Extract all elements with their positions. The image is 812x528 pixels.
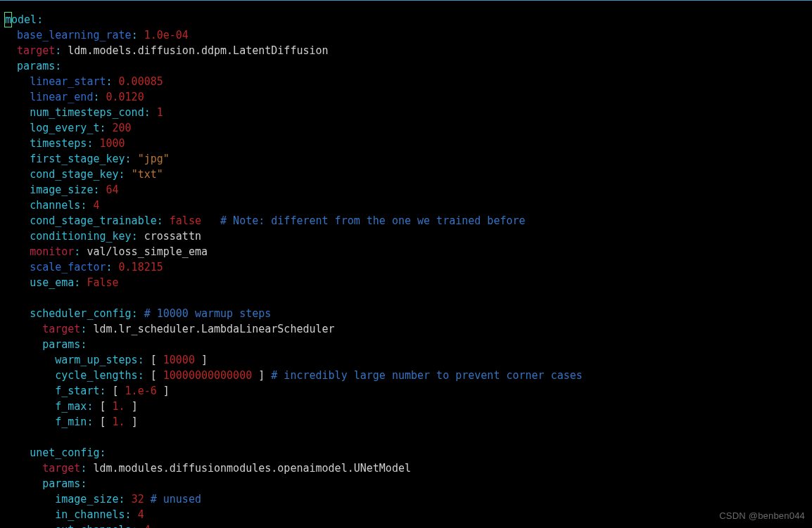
code-line: params: bbox=[4, 60, 61, 72]
yaml-comment: # 10000 warmup steps bbox=[144, 307, 272, 320]
yaml-value: 4 bbox=[144, 524, 151, 528]
yaml-value: crossattn bbox=[144, 230, 201, 243]
code-line: conditioning_key: crossattn bbox=[4, 230, 201, 243]
yaml-value: 1. bbox=[113, 400, 125, 413]
status-bar-border bbox=[0, 0, 812, 1]
yaml-key: use_ema bbox=[30, 276, 74, 289]
yaml-value: ldm.modules.diffusionmodules.openaimodel… bbox=[93, 462, 411, 475]
code-line: cycle_lengths: [ 10000000000000 ] # incr… bbox=[4, 369, 583, 382]
code-line: log_every_t: 200 bbox=[4, 122, 132, 134]
yaml-key: linear_end bbox=[30, 91, 93, 103]
yaml-value: 1. bbox=[113, 416, 125, 428]
yaml-value: 0.00085 bbox=[119, 75, 163, 88]
code-editor[interactable]: model: base_learning_rate: 1.0e-04 targe… bbox=[0, 11, 812, 528]
yaml-value: 32 bbox=[132, 493, 144, 506]
yaml-key: scheduler_config bbox=[30, 307, 132, 320]
yaml-value: 10000 bbox=[163, 354, 195, 366]
yaml-comment: # Note: different from the one we traine… bbox=[220, 214, 525, 227]
code-line: linear_end: 0.0120 bbox=[4, 91, 144, 103]
yaml-key: target bbox=[42, 462, 80, 475]
code-line: f_min: [ 1. ] bbox=[4, 416, 138, 428]
yaml-key: cond_stage_key bbox=[30, 168, 118, 181]
code-line: f_max: [ 1. ] bbox=[4, 400, 138, 413]
code-line: in_channels: 4 bbox=[4, 508, 144, 521]
code-line: unet_config: bbox=[4, 446, 106, 459]
yaml-key: num_timesteps_cond bbox=[30, 106, 144, 119]
yaml-value: False bbox=[87, 276, 118, 289]
code-line: cond_stage_key: "txt" bbox=[4, 168, 163, 181]
yaml-value: 200 bbox=[113, 122, 132, 134]
code-line: cond_stage_trainable: false # Note: diff… bbox=[4, 214, 526, 227]
yaml-value: 1 bbox=[157, 106, 163, 119]
yaml-key: f_max bbox=[55, 400, 87, 413]
code-line: image_size: 64 bbox=[4, 183, 119, 196]
yaml-value: 64 bbox=[106, 183, 119, 196]
yaml-key: target bbox=[17, 44, 55, 57]
yaml-key: conditioning_key bbox=[30, 230, 132, 243]
yaml-key: out_channels bbox=[55, 524, 131, 528]
code-line: params: bbox=[4, 338, 87, 351]
code-line: params: bbox=[4, 477, 87, 490]
yaml-key: params bbox=[42, 477, 80, 490]
yaml-value: "jpg" bbox=[138, 153, 170, 165]
code-line: warm_up_steps: [ 10000 ] bbox=[4, 354, 208, 366]
yaml-key: params bbox=[42, 338, 80, 351]
yaml-value: 0.0120 bbox=[106, 91, 144, 103]
yaml-key: warm_up_steps bbox=[55, 354, 137, 366]
yaml-key: odel bbox=[11, 13, 37, 26]
yaml-key: linear_start bbox=[30, 75, 106, 88]
yaml-comment: # incredibly large number to prevent cor… bbox=[271, 369, 583, 382]
yaml-key: in_channels bbox=[55, 508, 125, 521]
yaml-key: f_min bbox=[55, 416, 87, 428]
code-line: num_timesteps_cond: 1 bbox=[4, 106, 163, 119]
yaml-key: first_stage_key bbox=[30, 153, 125, 165]
yaml-value: 4 bbox=[138, 508, 144, 521]
yaml-key: unet_config bbox=[30, 446, 99, 459]
yaml-value: ldm.models.diffusion.ddpm.LatentDiffusio… bbox=[68, 44, 328, 57]
yaml-key: timesteps bbox=[30, 137, 87, 150]
code-line: target: ldm.lr_scheduler.LambdaLinearSch… bbox=[4, 323, 335, 335]
code-line: scheduler_config: # 10000 warmup steps bbox=[4, 307, 271, 320]
yaml-key: cycle_lengths bbox=[55, 369, 137, 382]
yaml-value: "txt" bbox=[132, 168, 163, 181]
yaml-key: params bbox=[17, 60, 55, 72]
code-line: timesteps: 1000 bbox=[4, 137, 125, 150]
yaml-key: f_start bbox=[55, 385, 99, 397]
code-line: linear_start: 0.00085 bbox=[4, 75, 163, 88]
yaml-key: scale_factor bbox=[30, 261, 106, 273]
yaml-value: 1000 bbox=[99, 137, 125, 150]
yaml-value: ldm.lr_scheduler.LambdaLinearScheduler bbox=[93, 323, 334, 335]
yaml-key: channels bbox=[30, 199, 80, 212]
code-line: channels: 4 bbox=[4, 199, 99, 212]
code-line: monitor: val/loss_simple_ema bbox=[4, 245, 208, 258]
yaml-key: cond_stage_trainable bbox=[30, 214, 157, 227]
yaml-value: false bbox=[170, 214, 201, 227]
code-line: target: ldm.modules.diffusionmodules.ope… bbox=[4, 462, 411, 475]
yaml-key: image_size bbox=[30, 183, 93, 196]
code-line: scale_factor: 0.18215 bbox=[4, 261, 163, 273]
code-line: target: ldm.models.diffusion.ddpm.Latent… bbox=[4, 44, 329, 57]
yaml-value: 4 bbox=[93, 199, 99, 212]
yaml-value: 0.18215 bbox=[119, 261, 163, 273]
yaml-value: 10000000000000 bbox=[163, 369, 252, 382]
yaml-value: 1.e-6 bbox=[125, 385, 157, 397]
yaml-key: log_every_t bbox=[30, 122, 99, 134]
watermark-label: CSDN @benben044 bbox=[719, 508, 805, 524]
code-line: first_stage_key: "jpg" bbox=[4, 153, 170, 165]
code-line: use_ema: False bbox=[4, 276, 119, 289]
code-line: base_learning_rate: 1.0e-04 bbox=[4, 29, 189, 41]
code-line: image_size: 32 # unused bbox=[4, 493, 201, 506]
code-line: out_channels: 4 bbox=[4, 524, 151, 528]
yaml-comment: # unused bbox=[151, 493, 201, 506]
yaml-key: base_learning_rate bbox=[17, 29, 132, 41]
yaml-key: monitor bbox=[30, 245, 74, 258]
yaml-value: val/loss_simple_ema bbox=[87, 245, 208, 258]
code-line: f_start: [ 1.e-6 ] bbox=[4, 385, 170, 397]
yaml-key: target bbox=[42, 323, 80, 335]
yaml-key: image_size bbox=[55, 493, 118, 506]
code-line: model: bbox=[4, 13, 43, 26]
yaml-value: 1.0e-04 bbox=[144, 29, 189, 41]
